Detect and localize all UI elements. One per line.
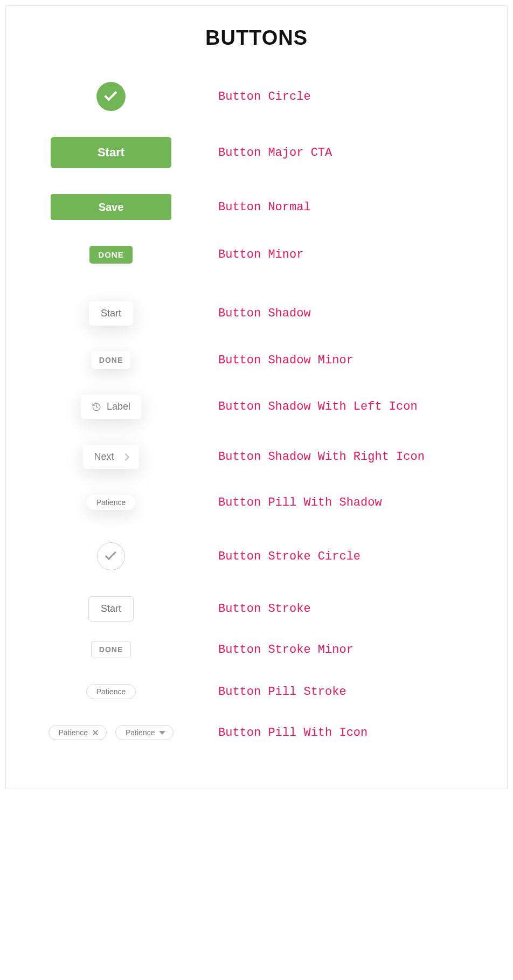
button-minor[interactable]: DONE bbox=[89, 246, 132, 264]
button-label: Next bbox=[94, 451, 114, 463]
history-icon bbox=[92, 402, 101, 412]
check-icon bbox=[106, 554, 116, 559]
spec-row: Patience Button Pill With Shadow bbox=[17, 495, 496, 510]
spec-row: DONE Button Stroke Minor bbox=[17, 641, 496, 658]
button-label: Label bbox=[107, 401, 130, 412]
spec-label: Button Shadow bbox=[205, 307, 496, 320]
button-stroke-circle[interactable] bbox=[97, 542, 125, 570]
spec-row: Patience Button Pill Stroke bbox=[17, 684, 496, 699]
spec-label: Button Circle bbox=[205, 90, 496, 103]
button-pill-close[interactable]: Patience bbox=[48, 725, 107, 740]
spec-row: Label Button Shadow With Left Icon bbox=[17, 395, 496, 419]
example-cell: DONE bbox=[17, 246, 205, 264]
button-circle[interactable] bbox=[96, 82, 126, 111]
spec-label: Button Shadow With Right Icon bbox=[205, 450, 496, 464]
spec-row: Start Button Major CTA bbox=[17, 137, 496, 168]
spec-row: Button Circle bbox=[17, 82, 496, 111]
example-cell bbox=[17, 542, 205, 570]
example-cell: DONE bbox=[17, 641, 205, 658]
example-cell: Patience Patience bbox=[17, 725, 205, 740]
spec-label: Button Pill Stroke bbox=[205, 685, 496, 699]
spec-label: Button Pill With Icon bbox=[205, 726, 496, 740]
spec-row: Button Stroke Circle bbox=[17, 542, 496, 570]
spec-label: Button Stroke bbox=[205, 602, 496, 616]
button-pill-dropdown[interactable]: Patience bbox=[115, 725, 174, 740]
spec-row: DONE Button Minor bbox=[17, 246, 496, 264]
button-shadow-right-icon[interactable]: Next bbox=[83, 445, 138, 469]
spec-row: Patience Patience Button Pill With Icon bbox=[17, 725, 496, 740]
spec-row: Start Button Stroke bbox=[17, 596, 496, 622]
example-cell: Start bbox=[17, 137, 205, 168]
button-pill-shadow[interactable]: Patience bbox=[87, 495, 135, 510]
example-cell: DONE bbox=[17, 351, 205, 369]
spec-label: Button Minor bbox=[205, 248, 496, 261]
spec-row: Save Button Normal bbox=[17, 194, 496, 220]
spec-label: Button Stroke Circle bbox=[205, 550, 496, 563]
button-stroke[interactable]: Start bbox=[88, 596, 134, 622]
spec-row: Start Button Shadow bbox=[17, 301, 496, 326]
button-major-cta[interactable]: Start bbox=[51, 137, 171, 168]
example-cell: Next bbox=[17, 445, 205, 469]
spec-label: Button Shadow With Left Icon bbox=[205, 400, 496, 413]
example-cell: Start bbox=[17, 301, 205, 326]
button-stroke-minor[interactable]: DONE bbox=[91, 641, 131, 658]
button-shadow-minor[interactable]: DONE bbox=[92, 351, 130, 369]
button-label: Patience bbox=[59, 728, 88, 737]
spec-label: Button Major CTA bbox=[205, 146, 496, 160]
spec-label: Button Stroke Minor bbox=[205, 643, 496, 657]
button-normal[interactable]: Save bbox=[51, 194, 171, 220]
example-cell bbox=[17, 82, 205, 111]
check-icon bbox=[105, 93, 117, 100]
component-sheet: BUTTONS Button Circle Start Button Major… bbox=[5, 5, 508, 789]
close-icon bbox=[92, 729, 99, 736]
button-pill-stroke[interactable]: Patience bbox=[86, 684, 136, 699]
button-shadow[interactable]: Start bbox=[89, 301, 133, 326]
spec-row: DONE Button Shadow Minor bbox=[17, 351, 496, 369]
example-cell: Start bbox=[17, 596, 205, 622]
example-cell: Patience bbox=[17, 684, 205, 699]
example-cell: Patience bbox=[17, 495, 205, 510]
page-title: BUTTONS bbox=[17, 26, 496, 50]
example-cell: Label bbox=[17, 395, 205, 419]
button-label: Patience bbox=[126, 728, 155, 737]
chevron-right-icon bbox=[123, 454, 128, 460]
spec-label: Button Shadow Minor bbox=[205, 354, 496, 367]
spec-label: Button Normal bbox=[205, 201, 496, 214]
spec-row: Next Button Shadow With Right Icon bbox=[17, 445, 496, 469]
spec-label: Button Pill With Shadow bbox=[205, 496, 496, 509]
button-shadow-left-icon[interactable]: Label bbox=[81, 395, 141, 419]
caret-down-icon bbox=[159, 731, 165, 735]
example-cell: Save bbox=[17, 194, 205, 220]
